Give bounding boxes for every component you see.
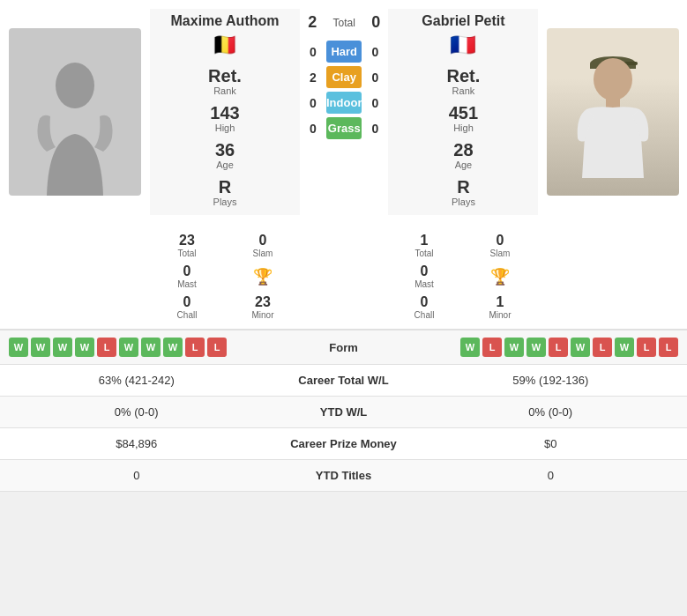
surface-score-left-1: 2 [300, 71, 326, 85]
left-plays-label: Plays [213, 197, 237, 207]
left-age-block: 36 Age [215, 140, 235, 170]
surface-row-grass: 0 Grass 0 [300, 117, 388, 139]
stats-row-left-3: 0 [9, 469, 265, 482]
right-form-badge-3: W [526, 338, 546, 357]
left-slam-cell: 0 Slam [226, 231, 300, 260]
right-player-photo-container [538, 9, 687, 215]
stats-row-right-0: 59% (192-136) [423, 374, 679, 387]
surface-score-right-0: 0 [362, 45, 388, 59]
surface-row-clay: 2 Clay 0 [300, 66, 388, 88]
right-chall-lbl: Chall [389, 310, 459, 320]
surface-row-indoor: 0 Indoor 0 [300, 92, 388, 114]
right-rank: Ret. [447, 66, 481, 85]
right-mast-cell: 0 Mast [387, 262, 461, 291]
left-high-label: High [210, 122, 239, 133]
surface-rows: 0 Hard 0 2 Clay 0 0 Indoor 0 0 Grass 0 [300, 37, 388, 143]
left-form-badge-1: W [31, 338, 50, 357]
left-mast-num: 0 [183, 263, 191, 279]
surface-btn-hard[interactable]: Hard [326, 41, 362, 63]
left-chall-num: 0 [152, 294, 222, 310]
surface-score-left-2: 0 [300, 96, 326, 110]
left-trophy-middle: 🏆 [226, 262, 300, 291]
right-player-flag: 🇫🇷 [450, 33, 476, 57]
left-photo-name-space [0, 226, 150, 322]
left-age: 36 [215, 140, 235, 160]
right-chall-num: 0 [389, 294, 459, 310]
right-total-lbl: Total [389, 249, 459, 258]
stats-row-right-3: 0 [423, 469, 679, 482]
stats-rows-container: 63% (421-242) Career Total W/L 59% (192-… [0, 365, 687, 492]
right-plays-block: R Plays [452, 177, 475, 207]
left-trophy-icon: 🏆 [253, 267, 273, 286]
left-plays: R [213, 177, 237, 197]
stats-row-right-2: $0 [423, 437, 679, 450]
right-form-badge-2: W [504, 338, 524, 357]
right-mast-num: 0 [389, 263, 459, 279]
right-minor-lbl: Minor [465, 310, 535, 320]
right-player-name: Gabriel Petit [422, 13, 504, 29]
right-form-badges: WLWWLWLWLL [397, 338, 679, 357]
right-form-badge-9: L [659, 338, 678, 357]
total-label: Total [333, 17, 355, 29]
left-form-badge-2: W [53, 338, 72, 357]
right-high-label: High [449, 122, 478, 133]
left-form-badge-3: W [75, 338, 94, 357]
surface-score-left-3: 0 [300, 122, 326, 136]
right-rank-block: Ret. Rank [447, 66, 481, 96]
left-plays-block: R Plays [213, 177, 237, 207]
middle-section: 2 Total 0 0 Hard 0 2 Clay 0 0 Indoor 0 0… [300, 9, 388, 215]
player-section: Maxime Authom 🇧🇪 Ret. Rank 143 High 36 A… [0, 0, 687, 224]
right-trophy-middle: 🏆 [463, 262, 537, 291]
right-form-badge-0: W [460, 338, 480, 357]
svg-point-0 [56, 63, 94, 108]
right-total-num: 1 [389, 233, 459, 249]
right-age-block: 28 Age [453, 140, 473, 170]
surface-score-right-3: 0 [362, 122, 388, 136]
right-slam-cell: 0 Slam [463, 231, 537, 260]
surface-btn-indoor[interactable]: Indoor [326, 92, 362, 114]
left-rank: Ret. [208, 66, 242, 85]
right-high-block: 451 High [449, 103, 478, 133]
right-form-badge-1: L [482, 338, 502, 357]
surface-btn-clay[interactable]: Clay [326, 66, 362, 88]
left-slam-num: 0 [228, 233, 298, 249]
left-age-label: Age [215, 160, 235, 170]
left-player-stats: Maxime Authom 🇧🇪 Ret. Rank 143 High 36 A… [150, 9, 300, 215]
match-header: 2 Total 0 [300, 13, 388, 32]
left-form-badge-6: W [141, 338, 161, 357]
surface-btn-grass[interactable]: Grass [326, 117, 362, 139]
left-rank-label: Rank [208, 85, 242, 96]
right-minor-cell: 1 Minor [463, 293, 537, 322]
left-minor-cell: 23 Minor [226, 293, 300, 322]
left-form-badge-9: L [207, 338, 227, 357]
left-minor-lbl: Minor [228, 310, 298, 320]
right-high: 451 [449, 103, 478, 122]
form-row: WWWWLWWWLL Form WLWWLWLWLL [0, 330, 687, 365]
right-chall-cell: 0 Chall [387, 293, 461, 322]
right-age-label: Age [453, 160, 473, 170]
right-form-badge-4: L [549, 338, 568, 357]
left-mast-lbl: Mast [177, 279, 197, 289]
stats-row-left-2: $84,896 [9, 437, 265, 450]
left-player-avatar [9, 28, 141, 196]
left-slam-lbl: Slam [228, 249, 298, 258]
left-total-cell: 23 Total [150, 231, 224, 260]
bottom-section: WWWWLWWWLL Form WLWWLWLWLL 63% (421-242)… [0, 329, 687, 492]
surface-score-left-0: 0 [300, 45, 326, 59]
left-form-badge-5: W [119, 338, 138, 357]
right-plays-label: Plays [452, 197, 475, 207]
right-slam-num: 0 [465, 233, 535, 249]
stats-row-3: 0 YTD Titles 0 [0, 460, 687, 492]
left-form-badges: WWWWLWWWLL [9, 338, 291, 357]
stats-row-2: $84,896 Career Prize Money $0 [0, 428, 687, 460]
right-form-badge-8: L [637, 338, 656, 357]
left-stats-grid: 23 Total 0 Slam 0 Mast 🏆 0 [150, 231, 300, 322]
right-form-badge-7: W [615, 338, 634, 357]
svg-point-4 [594, 58, 632, 100]
stats-row-center-0: Career Total W/L [265, 374, 423, 387]
left-high-block: 143 High [210, 103, 239, 133]
right-stats-name-space: 1 Total 0 Slam 0 Mast 🏆 0 Chall [387, 226, 537, 322]
left-stats-name-space: 23 Total 0 Slam 0 Mast 🏆 0 [150, 226, 300, 322]
right-stats-grid: 1 Total 0 Slam 0 Mast 🏆 0 Chall [387, 231, 537, 322]
surface-score-right-2: 0 [362, 96, 388, 110]
